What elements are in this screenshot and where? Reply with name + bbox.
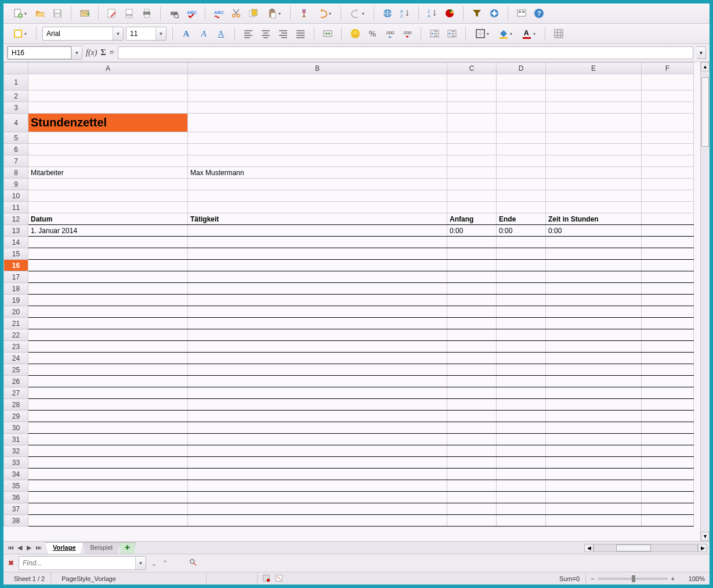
cell-C34[interactable] — [447, 469, 497, 480]
cell-A26[interactable] — [28, 376, 188, 387]
sum-indicator[interactable]: Sum=0 — [499, 572, 586, 585]
cell-A5[interactable] — [28, 132, 188, 144]
name-box-dropdown[interactable]: ▼ — [71, 46, 82, 59]
cell-B37[interactable] — [188, 503, 447, 515]
redo-button[interactable] — [347, 6, 368, 21]
equals-icon[interactable]: = — [110, 48, 114, 57]
cell-F26[interactable] — [642, 376, 694, 387]
row-header-6[interactable]: 6 — [4, 144, 28, 155]
cell-B20[interactable] — [188, 306, 447, 318]
cell-F11[interactable] — [642, 202, 694, 213]
cell-A10[interactable] — [28, 190, 188, 202]
cell-A16[interactable] — [28, 260, 188, 271]
cell-F33[interactable] — [642, 457, 694, 469]
open-doc-button[interactable] — [32, 6, 48, 21]
cell-B9[interactable] — [188, 179, 447, 190]
cell-D22[interactable] — [497, 329, 546, 341]
cell-E7[interactable] — [546, 155, 642, 167]
find-all-icon[interactable] — [189, 558, 197, 568]
cell-F36[interactable] — [642, 492, 694, 503]
tab-next-icon[interactable]: ▶ — [24, 544, 34, 551]
cell-E27[interactable] — [546, 387, 642, 399]
cell-F34[interactable] — [642, 469, 694, 480]
cell-F23[interactable] — [642, 341, 694, 353]
row-header-29[interactable]: 29 — [4, 411, 28, 422]
cell-A6[interactable] — [28, 144, 188, 155]
cell-C28[interactable] — [447, 399, 497, 411]
font-size-combo[interactable]: ▼ — [126, 27, 167, 41]
cell-F19[interactable] — [642, 295, 694, 306]
add-sheet-tab[interactable]: ✚ — [120, 542, 135, 554]
cell-A3[interactable] — [28, 102, 188, 114]
cell-C17[interactable] — [447, 271, 497, 283]
cell-E38[interactable] — [546, 515, 642, 527]
cell-E9[interactable] — [546, 179, 642, 190]
paste-button[interactable] — [263, 6, 284, 21]
spreadsheet-grid[interactable]: ABCDEF1234Stundenzettel5678MitarbeiterMa… — [3, 62, 694, 527]
cell-C26[interactable] — [447, 376, 497, 387]
cell-B32[interactable] — [188, 445, 447, 457]
cell-C11[interactable] — [447, 202, 497, 213]
zoom-out-icon[interactable]: − — [591, 575, 594, 582]
cell-A20[interactable] — [28, 306, 188, 318]
cell-B2[interactable] — [188, 90, 447, 102]
cell-B13[interactable] — [188, 225, 447, 237]
cell-F2[interactable] — [642, 90, 694, 102]
format-paintbrush-button[interactable] — [296, 6, 312, 21]
grid-button[interactable] — [551, 26, 566, 41]
cell-C30[interactable] — [447, 422, 497, 434]
col-header-C[interactable]: C — [447, 63, 497, 74]
cell-B18[interactable] — [188, 283, 447, 295]
cell-D28[interactable] — [497, 399, 546, 411]
cell-F14[interactable] — [642, 237, 694, 248]
cell-F15[interactable] — [642, 248, 694, 260]
row-header-25[interactable]: 25 — [4, 364, 28, 376]
cell-F5[interactable] — [642, 132, 694, 144]
cell-E11[interactable] — [546, 202, 642, 213]
scroll-up-button[interactable]: ▲ — [701, 62, 710, 71]
cell-A24[interactable] — [28, 353, 188, 364]
cell-A29[interactable] — [28, 411, 188, 422]
cell-A7[interactable] — [28, 155, 188, 167]
italic-button[interactable]: A — [196, 26, 211, 41]
cell-C32[interactable] — [447, 445, 497, 457]
row-header-32[interactable]: 32 — [4, 445, 28, 457]
cell-E18[interactable] — [546, 283, 642, 295]
cell-A28[interactable] — [28, 399, 188, 411]
cell-F21[interactable] — [642, 318, 694, 329]
cell-C35[interactable] — [447, 480, 497, 492]
zoom-value[interactable]: 100% — [679, 575, 705, 582]
cell-E2[interactable] — [546, 90, 642, 102]
cell-E28[interactable] — [546, 399, 642, 411]
cell-C15[interactable] — [447, 248, 497, 260]
row-header-16[interactable]: 16 — [4, 260, 28, 271]
cell-C22[interactable] — [447, 329, 497, 341]
cell-D13[interactable]: 0:00 — [497, 225, 546, 237]
cell-C38[interactable] — [447, 515, 497, 527]
cell-E12[interactable]: Zeit in Stunden — [546, 213, 642, 225]
cell-C23[interactable] — [447, 341, 497, 353]
vscroll-thumb[interactable] — [701, 77, 709, 147]
cell-C36[interactable] — [447, 492, 497, 503]
formula-input[interactable] — [118, 46, 693, 59]
cell-F6[interactable] — [642, 144, 694, 155]
cell-B34[interactable] — [188, 469, 447, 480]
cell-E20[interactable] — [546, 306, 642, 318]
row-header-34[interactable]: 34 — [4, 469, 28, 480]
cell-D33[interactable] — [497, 457, 546, 469]
align-center-button[interactable] — [258, 26, 273, 41]
cell-D35[interactable] — [497, 480, 546, 492]
cell-A34[interactable] — [28, 469, 188, 480]
cell-E24[interactable] — [546, 353, 642, 364]
find-input-combo[interactable]: ▼ — [19, 556, 146, 570]
zoom-in-icon[interactable]: + — [671, 575, 675, 582]
borders-button[interactable] — [472, 26, 493, 41]
cell-B29[interactable] — [188, 411, 447, 422]
cell-D16[interactable] — [497, 260, 546, 271]
tab-last-icon[interactable]: ⏭ — [34, 544, 43, 551]
cell-F1[interactable] — [642, 74, 694, 90]
cell-F3[interactable] — [642, 102, 694, 114]
cell-B38[interactable] — [188, 515, 447, 527]
font-size-input[interactable] — [126, 27, 155, 40]
row-header-3[interactable]: 3 — [4, 102, 28, 114]
